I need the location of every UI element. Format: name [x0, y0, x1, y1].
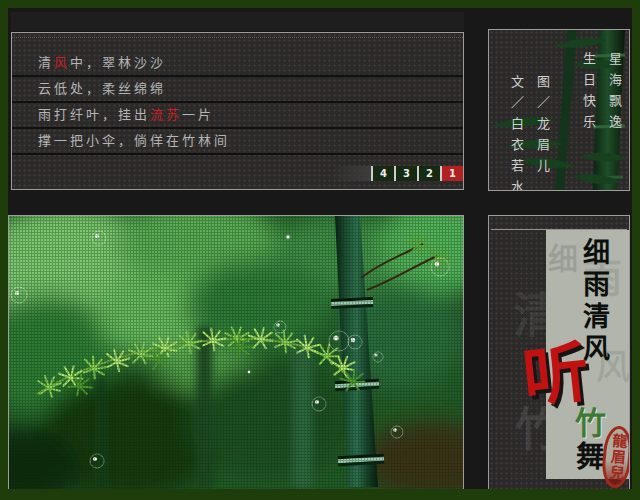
- bamboo-char: 竹: [575, 408, 606, 439]
- poem-text: 雨打纤叶，挂出: [38, 107, 150, 122]
- photo-panel: [8, 215, 464, 490]
- top-strip: [11, 12, 464, 31]
- page-button-3[interactable]: 3: [394, 166, 417, 181]
- credit-col-birthday: 生日快乐: [579, 52, 598, 136]
- poem-list: 清风中，翠林沙沙 云低处，柔丝绵绵 雨打纤叶，挂出流苏一片 撑一把小伞，倘佯在竹…: [12, 37, 463, 155]
- poem-line-3[interactable]: 雨打纤叶，挂出流苏一片: [12, 103, 463, 129]
- pagination: 4 3 2 1: [331, 166, 463, 181]
- page-button-4[interactable]: 4: [371, 166, 394, 181]
- poem-text: 撑一把小伞，倘佯在竹林间: [38, 133, 230, 148]
- poem-highlight: 风: [54, 55, 70, 70]
- page-button-2[interactable]: 2: [417, 166, 440, 181]
- poem-line-4[interactable]: 撑一把小伞，倘佯在竹林间: [12, 129, 463, 155]
- page-button-1-active[interactable]: 1: [440, 166, 463, 181]
- bamboo-photo: [9, 216, 463, 489]
- poem-highlight: 流苏: [150, 107, 182, 122]
- credit-col-text-by: 文／白衣若水: [507, 75, 526, 191]
- poem-text: 一片: [182, 107, 214, 122]
- calligraphy-listen-char: 听: [520, 339, 593, 412]
- page-frame: 清风中，翠林沙沙 云低处，柔丝绵绵 雨打纤叶，挂出流苏一片 撑一把小伞，倘佯在竹…: [0, 0, 640, 500]
- poem-text: 云低处，柔丝绵绵: [38, 81, 166, 96]
- banner-panel: 清 竹 细 雨 风 细雨清风 听 竹 舞 龍眉兒: [488, 215, 630, 490]
- poem-line-2[interactable]: 云低处，柔丝绵绵: [12, 77, 463, 103]
- credits-panel: 星海飘逸 生日快乐 图／龙眉儿 文／白衣若水: [488, 29, 630, 191]
- poem-line-1[interactable]: 清风中，翠林沙沙: [12, 51, 463, 77]
- poem-text: 中，翠林沙沙: [70, 55, 166, 70]
- dance-char: 舞: [576, 443, 605, 472]
- poem-panel: 清风中，翠林沙沙 云低处，柔丝绵绵 雨打纤叶，挂出流苏一片 撑一把小伞，倘佯在竹…: [11, 32, 464, 190]
- ghost-char-xi: 细: [548, 234, 578, 278]
- credit-col-image-by: 图／龙眉儿: [533, 75, 552, 180]
- poem-text: 清: [38, 55, 54, 70]
- pagination-fade: [331, 166, 371, 181]
- credit-col-starsea: 星海飘逸: [605, 52, 624, 136]
